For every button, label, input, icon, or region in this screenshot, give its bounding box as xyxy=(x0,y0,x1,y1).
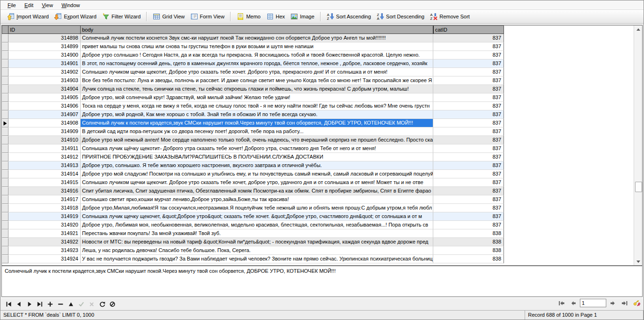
memo-panel[interactable]: Солнечный лучик к постели крадется,звук … xyxy=(1,266,643,297)
cell-id[interactable]: 314900 xyxy=(8,51,81,59)
row-selector[interactable] xyxy=(2,110,8,119)
row-selector[interactable] xyxy=(2,195,8,204)
column-header-body[interactable]: body xyxy=(81,25,433,34)
cell-id[interactable]: 314918 xyxy=(8,204,81,212)
grid-view-button[interactable]: Grid View xyxy=(150,11,187,22)
first-record-button[interactable] xyxy=(3,300,14,309)
cell-catid[interactable]: 838 xyxy=(433,255,504,263)
row-selector[interactable] xyxy=(2,119,8,127)
post-edit-button[interactable] xyxy=(76,300,86,309)
cell-body[interactable]: Спит убитая лисичка, Спит задушеная птич… xyxy=(81,187,433,195)
scroll-up-button[interactable] xyxy=(634,25,642,33)
form-view-button[interactable]: Form View xyxy=(188,11,227,22)
cell-catid[interactable]: 837 xyxy=(433,76,504,85)
cell-body[interactable]: Доброе утро, Любимая моя, необыкновенная… xyxy=(81,221,433,229)
row-selector[interactable] xyxy=(2,76,8,85)
row-selector[interactable] xyxy=(2,161,8,170)
column-header-catid[interactable]: catID xyxy=(433,25,504,34)
vertical-scrollbar[interactable] xyxy=(634,25,642,265)
cell-catid[interactable]: 837 xyxy=(433,170,504,178)
cell-body[interactable]: Доброе утро мой сладусик! Посмотри на со… xyxy=(81,170,433,178)
hex-button[interactable]: Hex xyxy=(264,11,288,22)
cell-id[interactable]: 314908 xyxy=(8,119,81,127)
row-selector[interactable] xyxy=(2,127,8,136)
cell-body[interactable]: Лучик солнца на стекле, тень синички на … xyxy=(81,85,433,93)
first-page-button[interactable] xyxy=(556,299,567,307)
cell-id[interactable]: 314922 xyxy=(8,238,81,246)
cell-catid[interactable]: 837 xyxy=(433,34,504,42)
cell-id[interactable]: 314902 xyxy=(8,68,81,76)
cell-catid[interactable]: 837 xyxy=(433,195,504,204)
cell-body[interactable]: Доброе утро, солнышко. Я тебе желаю хоро… xyxy=(81,161,433,170)
row-selector[interactable] xyxy=(2,153,8,161)
cell-catid[interactable]: 837 xyxy=(433,187,504,195)
row-selector[interactable] xyxy=(2,238,8,246)
row-selector[interactable] xyxy=(2,204,8,212)
previous-page-button[interactable] xyxy=(568,299,578,307)
cell-id[interactable]: 314913 xyxy=(8,161,81,170)
cell-id[interactable]: 314905 xyxy=(8,93,81,102)
cell-body[interactable]: Доброе утро солнышко ! Сегодня Настя, да… xyxy=(81,51,433,59)
scrollbar-thumb[interactable] xyxy=(635,182,642,192)
cell-body[interactable]: Леша, у нас родилась девочка! Спасибо те… xyxy=(81,246,433,255)
prior-record-button[interactable] xyxy=(14,300,24,309)
cell-id[interactable]: 314904 xyxy=(8,85,81,93)
cell-catid[interactable]: 837 xyxy=(433,102,504,110)
row-selector[interactable] xyxy=(2,34,8,42)
cell-catid[interactable]: 837 xyxy=(433,136,504,144)
row-selector[interactable] xyxy=(2,178,8,187)
cell-body[interactable]: В этот, по настоящему осенний день, гдет… xyxy=(81,59,433,68)
row-selector[interactable] xyxy=(2,42,8,51)
cell-id[interactable]: 314921 xyxy=(8,229,81,238)
cell-body[interactable]: Новости от МТС: вы переведены на новый т… xyxy=(81,238,433,246)
cell-body[interactable]: Солнечный лучик постели коснется Звук см… xyxy=(81,34,433,42)
menu-file[interactable]: File xyxy=(3,1,20,9)
menu-edit[interactable]: Edit xyxy=(20,1,38,9)
cell-body[interactable]: Доброе утро,Милая,любимая!Я так соскучил… xyxy=(81,204,433,212)
last-record-button[interactable] xyxy=(34,300,45,309)
cell-id[interactable]: 314916 xyxy=(8,187,81,195)
refresh-button[interactable] xyxy=(97,300,107,309)
cell-id[interactable]: 314911 xyxy=(8,144,81,153)
delete-record-button[interactable] xyxy=(55,300,66,309)
cell-catid[interactable]: 838 xyxy=(433,246,504,255)
cell-body[interactable]: Перестань жвачки покупать! За мной ухажи… xyxy=(81,229,433,238)
cell-id[interactable]: 314899 xyxy=(8,42,81,51)
cell-id[interactable]: 314917 xyxy=(8,195,81,204)
row-selector[interactable] xyxy=(2,102,8,110)
cell-catid[interactable]: 837 xyxy=(433,119,504,127)
cell-catid[interactable]: 837 xyxy=(433,127,504,136)
cell-catid[interactable]: 837 xyxy=(433,178,504,187)
cell-id[interactable]: 314910 xyxy=(8,136,81,144)
cell-catid[interactable]: 837 xyxy=(433,42,504,51)
cell-catid[interactable]: 837 xyxy=(433,161,504,170)
edit-record-button[interactable] xyxy=(66,300,76,309)
cell-catid[interactable]: 837 xyxy=(433,212,504,221)
cell-catid[interactable]: 837 xyxy=(433,51,504,59)
row-selector[interactable] xyxy=(2,170,8,178)
cell-catid[interactable]: 837 xyxy=(433,204,504,212)
image-button[interactable]: Image xyxy=(288,11,317,22)
cell-body[interactable]: Доброе утро, мой солнечный круг! Здравст… xyxy=(81,93,433,102)
menu-window[interactable]: Window xyxy=(57,1,84,9)
cell-catid[interactable]: 837 xyxy=(433,221,504,229)
row-selector[interactable] xyxy=(2,51,8,59)
cell-catid[interactable]: 838 xyxy=(433,229,504,238)
cell-catid[interactable]: 838 xyxy=(433,238,504,246)
cell-id[interactable]: 314920 xyxy=(8,221,81,229)
cell-body[interactable]: Тоска на сердце у меня, когда не вижу я … xyxy=(81,102,433,110)
row-selector[interactable] xyxy=(2,85,8,93)
row-selector[interactable] xyxy=(2,246,8,255)
export-wizard-button[interactable]: Export Wizard xyxy=(51,11,99,22)
sort-ascending-button[interactable]: AZ Sort Ascending xyxy=(324,11,374,22)
cell-id[interactable]: 314924 xyxy=(8,255,81,263)
menu-view[interactable]: View xyxy=(38,1,58,9)
cell-body-selected[interactable]: Солнечный лучик к постели крадется,звук … xyxy=(81,119,433,127)
cell-catid[interactable]: 837 xyxy=(433,59,504,68)
insert-record-button[interactable] xyxy=(45,300,55,309)
cell-body[interactable]: Солнышко светит ярко,кошки мурчат лениво… xyxy=(81,195,433,204)
import-wizard-button[interactable]: Import Wizard xyxy=(4,11,51,22)
row-selector[interactable] xyxy=(2,144,8,153)
row-selector[interactable] xyxy=(2,255,8,263)
cell-body[interactable]: Солнышко лучиком щечки щекочит. Доброе у… xyxy=(81,178,433,187)
